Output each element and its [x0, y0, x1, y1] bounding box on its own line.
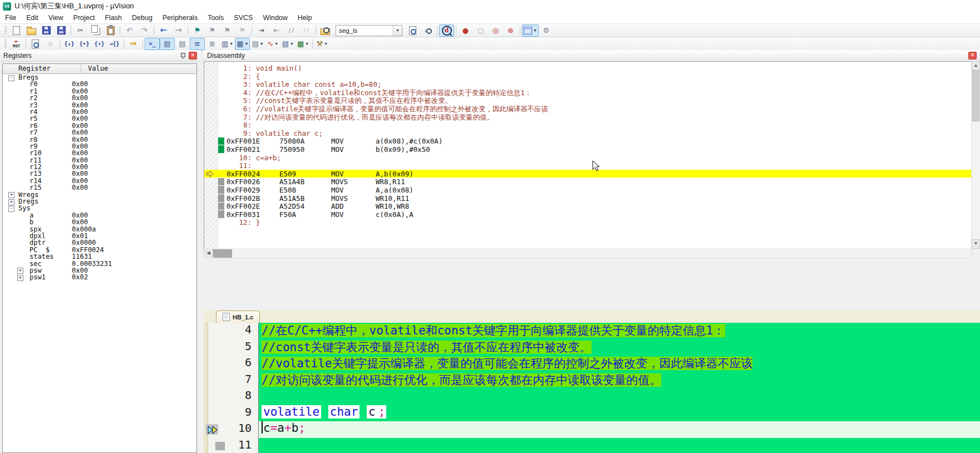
tree-expander-icon[interactable]: -	[8, 206, 14, 212]
register-row-states[interactable]: states11631	[3, 253, 196, 260]
scroll-left-arrow[interactable]: ◀	[204, 249, 213, 258]
register-row-sys[interactable]: -Sys	[3, 205, 196, 211]
call-stack-window-button[interactable]: ≣	[205, 38, 220, 50]
save-button[interactable]	[39, 24, 54, 37]
step-out-button[interactable]: {↑}	[92, 38, 107, 50]
disassembly-source-line[interactable]: 4: //在C/C++编程中，volatile和const关键字用于向编译器提供…	[204, 88, 971, 97]
indent-button[interactable]: ⇥	[254, 24, 269, 37]
chevron-down-icon[interactable]: ▼	[274, 42, 278, 46]
enable-disable-breakpoint-button[interactable]: ○	[473, 24, 488, 37]
disassembly-source-line[interactable]: 9: volatile char c;	[204, 129, 971, 137]
incremental-find-button[interactable]	[420, 24, 435, 37]
disassembly-asm-line[interactable]: 0xFF002EA52D54ADDWR10,WR8	[204, 202, 971, 210]
toolbar-grip[interactable]	[4, 40, 7, 48]
serial-windows-button[interactable]: ▤▼	[250, 38, 265, 50]
chevron-down-icon[interactable]: ▼	[245, 42, 249, 46]
disassembly-source-line[interactable]: 8:	[204, 121, 971, 129]
menu-tools[interactable]: Tools	[203, 13, 229, 23]
menu-edit[interactable]: Edit	[21, 13, 43, 23]
editor-line-11[interactable]	[259, 438, 980, 453]
navigate-forward-button[interactable]: →	[171, 24, 186, 37]
menu-debug[interactable]: Debug	[127, 13, 157, 23]
disassembly-horizontal-scrollbar[interactable]: ◀	[204, 249, 972, 258]
analysis-windows-button[interactable]: ∿▼	[265, 38, 280, 50]
editor-line-9[interactable]: volatile char c;	[259, 405, 980, 422]
run-button[interactable]	[28, 38, 43, 50]
toolbar-grip[interactable]	[4, 26, 7, 35]
tree-expander-icon[interactable]: +	[17, 275, 23, 281]
menu-svcs[interactable]: SVCS	[229, 13, 258, 23]
run-to-cursor-button[interactable]: →{}	[107, 38, 122, 50]
editor-line-6[interactable]: //volatile关键字提示编译器，变量的值可能会在程序的控制之外被改变，因此…	[259, 356, 980, 372]
registers-window-button[interactable]: ≡	[190, 38, 205, 50]
tree-expander-icon[interactable]: +	[8, 199, 14, 205]
editor-line-5[interactable]: //const关键字表示变量是只读的，其值不应在程序中被改变。	[259, 339, 980, 356]
chevron-down-icon[interactable]: ▼	[533, 28, 537, 32]
navigate-back-button[interactable]: ←	[156, 24, 171, 37]
column-header-value[interactable]: Value	[81, 64, 196, 73]
disassembly-asm-line[interactable]: 0xFF0024E509MOVA,b(0x09)	[204, 170, 971, 178]
bookmark-next-button[interactable]: ⚑	[220, 24, 235, 37]
system-viewer-button[interactable]: ▩▼	[296, 38, 311, 50]
step-over-button[interactable]: {↷}	[77, 38, 92, 50]
menu-flash[interactable]: Flash	[100, 13, 127, 23]
pin-icon[interactable]	[180, 53, 185, 58]
search-combo[interactable]: seg_ls▼	[336, 25, 402, 36]
chevron-down-icon[interactable]: ▼	[290, 42, 294, 46]
editor-line-7[interactable]: //对访问该变量的代码进行优化，而是应该每次都在内存中读取该变量的值。	[259, 372, 980, 389]
paste-button[interactable]	[103, 24, 118, 37]
disassembly-source-line[interactable]: 12: }	[204, 218, 971, 226]
outdent-button[interactable]: ⇤	[269, 24, 284, 37]
chevron-down-icon[interactable]: ▼	[393, 26, 402, 36]
register-row-dptr[interactable]: dptr0x0000	[3, 239, 196, 246]
disassembly-view[interactable]: 1: void main() 2: { 3: volatile char con…	[204, 61, 972, 250]
register-row-r5[interactable]: r50x00	[3, 115, 196, 122]
disassembly-source-line[interactable]: 11:	[204, 161, 971, 170]
menu-file[interactable]: File	[0, 13, 21, 23]
bookmark-toggle-button[interactable]: ⚑	[190, 24, 205, 37]
menu-view[interactable]: View	[43, 13, 68, 23]
menu-project[interactable]: Project	[68, 13, 100, 23]
lookup-word-button[interactable]	[405, 24, 420, 37]
register-row-psw1[interactable]: +psw10x02	[3, 274, 196, 280]
configure-tools-button[interactable]: ⚙	[539, 24, 554, 37]
comment-button[interactable]: //	[284, 24, 299, 37]
chevron-down-icon[interactable]: ▼	[260, 42, 264, 46]
open-file-button[interactable]	[24, 24, 39, 37]
disassembly-source-line[interactable]: 5: //const关键字表示变量是只读的，其值不应在程序中被改变。	[204, 96, 971, 105]
register-row-r15[interactable]: r150x00	[3, 184, 196, 191]
tab-hb1c[interactable]: HB_1.c	[216, 311, 260, 323]
disassembly-vertical-scrollbar[interactable]: ▲ ▼	[971, 61, 980, 249]
watch-windows-button[interactable]: ▥▼	[220, 38, 235, 50]
disassembly-window-button[interactable]: ▤	[160, 38, 175, 50]
editor-line-4[interactable]: //在C/C++编程中，volatile和const关键字用于向编译器提供关于变…	[259, 323, 980, 339]
disassembly-source-line[interactable]: 10: c=a+b;	[204, 154, 971, 162]
editor-text-area[interactable]: //在C/C++编程中，volatile和const关键字用于向编译器提供关于变…	[259, 323, 980, 453]
trace-windows-button[interactable]: ▤▼	[280, 38, 296, 50]
close-icon[interactable]: ✕	[189, 52, 197, 60]
column-header-register[interactable]: Register	[3, 64, 81, 73]
register-row-dregs[interactable]: +Dregs	[3, 198, 196, 205]
disable-all-breakpoints-button[interactable]: ◎	[488, 24, 503, 37]
tree-expander-icon[interactable]: -	[8, 75, 14, 81]
insert-breakpoint-button[interactable]: ●	[458, 24, 473, 37]
disassembly-asm-line[interactable]: 0xFF0026A51A4BMOVSWR8,R11	[204, 178, 971, 186]
bookmark-clear-button[interactable]: ⚑	[235, 24, 250, 37]
stop-button[interactable]: ⊗	[43, 38, 58, 50]
code-editor[interactable]: 4567891011121314 //在C/C++编程中，volatile和co…	[204, 323, 980, 453]
kill-all-breakpoints-button[interactable]: ⊗	[503, 24, 518, 37]
register-row-r10[interactable]: r100x00	[3, 150, 196, 156]
show-next-statement-button[interactable]: ⇒	[126, 38, 141, 50]
cut-button[interactable]: ✂	[73, 24, 88, 37]
disassembly-asm-line[interactable]: 0xFF0031F50AMOVc(0x0A),A	[204, 210, 971, 219]
reset-cpu-button[interactable]: ↞RST	[9, 38, 24, 50]
new-file-button[interactable]	[9, 24, 24, 37]
scrollbar-thumb[interactable]	[213, 249, 232, 258]
find-in-files-button[interactable]	[318, 24, 333, 37]
step-into-button[interactable]: {↓}	[62, 38, 77, 50]
editor-line-10[interactable]: c=a+b;	[259, 421, 980, 438]
register-row-r7[interactable]: r70x00	[3, 129, 196, 136]
register-row-b[interactable]: b0x00	[3, 219, 196, 225]
scroll-up-arrow[interactable]: ▲	[972, 61, 980, 71]
disassembly-source-line[interactable]: 3: volatile char const a=10,b=80;	[204, 80, 971, 88]
